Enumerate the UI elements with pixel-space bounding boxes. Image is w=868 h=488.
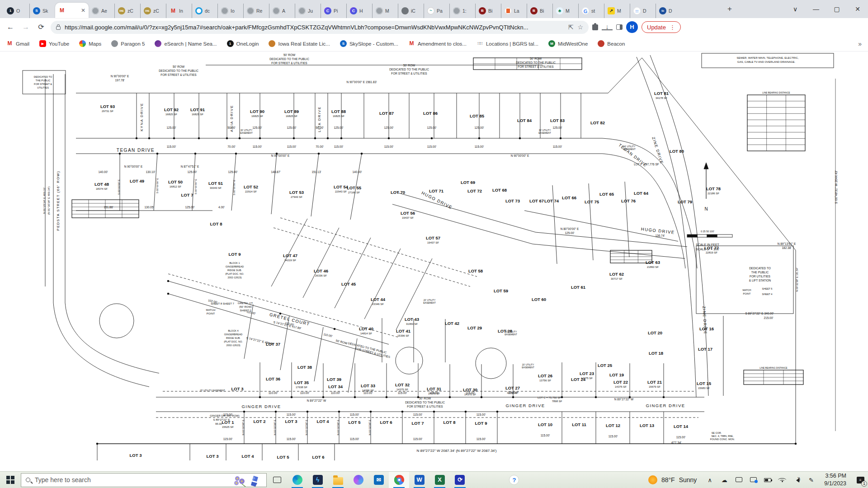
volume-icon[interactable] [790,477,803,483]
map-text: 15' UTILITY EASEMENT [200,389,225,392]
tab-active-gmail[interactable]: M✕ [55,3,89,18]
taskbar-app-bolt[interactable]: ϟ [307,472,328,488]
bookmark-item[interactable]: SSkySlope - Custom... [340,40,398,47]
bookmark-item[interactable]: MMidWestOne [548,40,588,47]
map-text: 19437 SF [427,241,439,244]
map-text: 115.00' [676,436,686,439]
kebab-menu-icon[interactable]: ⋮ [670,24,675,31]
tab[interactable]: 1O [4,4,29,18]
bookmark-item[interactable]: MGmail [6,40,29,47]
forward-button[interactable]: → [20,21,32,33]
close-button[interactable]: ✕ [847,5,868,13]
map-text: GRETEL CT. [238,302,254,305]
tab[interactable]: A [269,4,295,18]
minimize-button[interactable]: — [806,5,826,13]
tab[interactable]: dc [192,4,217,18]
bookmark-item[interactable]: Maps [79,40,101,47]
notification-center-button[interactable]: ≡ 1 [853,472,868,488]
taskbar-app-mail[interactable]: ✉ [368,472,389,488]
back-button[interactable]: ← [5,21,16,33]
tab[interactable]: ONEzC [114,4,140,18]
weather-widget[interactable]: 88°F Sunny [642,475,703,484]
tab[interactable]: CPi [321,4,346,18]
pen-icon[interactable]: ✎ [804,477,818,483]
tab[interactable]: ∷D [630,4,656,18]
map-text: 115.00' [334,145,344,148]
tab[interactable]: Ju [295,4,321,18]
tab[interactable]: CH [346,4,372,18]
tab[interactable]: Re [243,4,269,18]
tab[interactable]: M [372,4,398,18]
taskbar-app-edge[interactable] [287,472,307,488]
chrome-menu-chevron-icon[interactable]: ∨ [785,5,806,13]
lot-corner-dot [275,411,277,413]
tab[interactable]: SSk [29,4,55,18]
tab[interactable]: ONEzC [140,4,166,18]
lot-label: LOT 3 [130,453,142,458]
side-panel-icon[interactable] [616,24,623,30]
tab[interactable]: StD [656,4,681,18]
bookmark-item[interactable]: Beacon [598,40,625,47]
update-chrome-button[interactable]: Update ⋮ [642,21,681,33]
tab[interactable]: ↗M [604,4,630,18]
downloads-icon[interactable]: ↓ [602,24,613,30]
search-highlight-flowers-icon[interactable] [232,474,264,487]
tab[interactable]: BBi [475,4,501,18]
display-icon[interactable] [732,477,745,483]
bookmark-item[interactable]: Paragon 5 [111,40,145,47]
update-tray-icon[interactable] [746,477,760,483]
lot-corner-dot [322,396,325,399]
url-text[interactable]: https://mail.google.com/mail/u/0/?zx=xg2… [65,24,564,31]
bookmark-item[interactable]: ∷∷Locations | BGRS tal... [476,40,538,47]
tab-close-icon[interactable]: ✕ [81,7,85,14]
lock-icon[interactable] [56,26,61,30]
task-view-button[interactable] [267,472,287,488]
profile-avatar[interactable]: H [626,21,638,33]
new-tab-button[interactable]: + [723,3,736,15]
maximize-button[interactable]: ▢ [826,5,847,13]
taskbar-search-box[interactable]: Type here to search [21,473,267,487]
tray-chevron-icon[interactable]: ∧ [703,477,717,483]
map-text: 182.38' [782,246,791,249]
onedrive-cloud-icon[interactable]: ☁ [717,477,731,483]
tab-title: Re [256,8,262,14]
tab[interactable]: 1: [449,4,475,18]
tab[interactable]: La [501,4,527,18]
bookmarks-overflow-chevron[interactable]: » [858,40,862,47]
taskbar-app-sync[interactable]: ⟳ [450,472,470,488]
reload-button[interactable]: ⟳ [35,21,47,33]
bookmark-star-icon[interactable]: ☆ [577,23,583,31]
taskbar-app-word[interactable]: W [409,472,429,488]
taskbar-app-explorer[interactable] [328,472,348,488]
taskbar-app-copilot[interactable] [348,472,368,488]
lot-corner-dot [560,137,562,140]
start-button[interactable] [0,472,21,488]
tab[interactable]: ♣M [552,4,578,18]
bookmark-item[interactable]: MAmendment to clos... [408,40,467,47]
map-text: 125.00' [187,170,197,174]
tab[interactable]: ~Pa [424,4,449,18]
tab[interactable]: Ae [89,4,114,18]
tab[interactable]: Gst [578,4,604,18]
lot-corner-dot [340,137,343,140]
taskbar-app-help[interactable]: ? [504,472,524,488]
taskbar-clock[interactable]: 3:56 PM 9/1/2023 [819,472,852,488]
tab[interactable]: MIn [166,4,192,18]
taskbar-app-excel[interactable]: X [429,472,450,488]
tab[interactable]: Io [217,4,243,18]
share-icon[interactable]: ⇱ [568,23,574,31]
clock-date: 9/1/2023 [824,480,846,488]
battery-icon[interactable] [761,477,774,483]
wifi-icon[interactable] [775,477,789,483]
taskbar-app-chrome[interactable] [389,472,409,488]
address-bar[interactable]: https://mail.google.com/mail/u/0/?zx=xg2… [51,21,589,34]
bookmark-item[interactable]: Iowa Real Estate Lic... [269,40,330,47]
extensions-icon[interactable] [592,24,598,30]
map-text: 14375 SF [581,377,593,380]
bookmark-item[interactable]: eSearch | Name Sea... [155,40,217,47]
bookmark-item[interactable]: 1OneLogin [227,40,259,47]
map-text: EASEMENT [623,148,636,150]
tab[interactable]: BBi [527,4,552,18]
bookmark-item[interactable]: ▶YouTube [39,40,69,47]
tab[interactable]: iC [398,4,424,18]
